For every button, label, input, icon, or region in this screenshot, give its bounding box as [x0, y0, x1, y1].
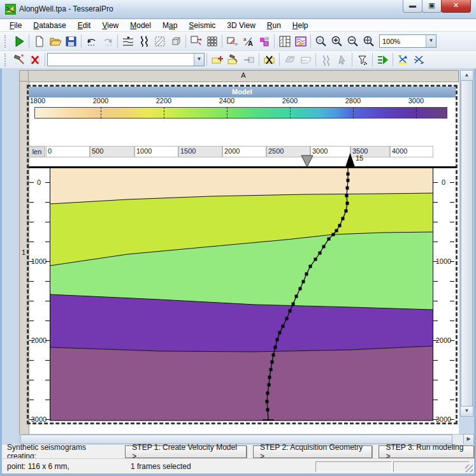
filter-funnel-button[interactable] [354, 52, 370, 67]
delete-polygon-x-button[interactable] [261, 52, 277, 67]
run-green-button[interactable] [375, 52, 391, 67]
well-marker [299, 287, 302, 291]
status-panel [315, 461, 392, 472]
svg-text:=: = [234, 41, 238, 47]
well-marker [295, 295, 298, 298]
frame-title[interactable]: Model [29, 87, 456, 97]
well-marker [319, 252, 322, 255]
object-colors-button[interactable] [256, 34, 272, 48]
open-file-button[interactable] [47, 34, 63, 48]
title-bar[interactable]: AlongWell.tpa - TesseralPro ▬ ▣ ✕ [0, 0, 476, 19]
erase-cross-button[interactable] [411, 52, 427, 67]
vertical-scrollbar-thumb[interactable] [461, 80, 473, 407]
toolbar-separator [45, 53, 45, 66]
menu-map[interactable]: Map [157, 20, 183, 31]
menu-run[interactable]: Run [261, 20, 287, 31]
zoom-out-icon [347, 35, 359, 48]
slope-pattern-1-button[interactable] [282, 52, 298, 67]
edit-hammer-button[interactable] [11, 52, 27, 67]
save-icon [65, 35, 78, 48]
edit-hammer-icon [13, 54, 25, 66]
receiver-marker[interactable] [301, 155, 314, 170]
toolbar-grip[interactable] [4, 35, 8, 48]
zoom-out-button[interactable] [345, 34, 361, 48]
model-section-button[interactable] [120, 34, 136, 48]
edit-polygon-icon [227, 54, 240, 66]
open-file-icon [49, 35, 62, 48]
maximize-button[interactable]: ▣ [422, 0, 442, 13]
zoom-window-icon [363, 35, 375, 48]
save-button[interactable] [63, 34, 79, 48]
menu-edit[interactable]: Edit [72, 20, 97, 31]
smooth-curve-button[interactable] [318, 52, 334, 67]
well-marker [302, 280, 305, 284]
chevron-down-icon[interactable]: ▼ [194, 54, 204, 66]
new-document-button[interactable] [31, 34, 47, 48]
velocity-model-plot[interactable] [50, 168, 433, 421]
close-button[interactable]: ✕ [441, 0, 471, 13]
resize-grip[interactable] [465, 465, 473, 472]
scroll-up-icon[interactable]: ▲ [460, 70, 473, 81]
well-marker [309, 265, 312, 268]
pattern-palette-button[interactable] [277, 34, 292, 48]
polygon-pattern-button[interactable] [152, 34, 168, 48]
import-polygon-button[interactable] [241, 52, 257, 67]
status-selection: 1 frames selected [131, 462, 191, 471]
redo-button[interactable] [99, 34, 115, 48]
receiver-triangle-icon [301, 155, 314, 168]
frame-arrange-icon [190, 35, 203, 48]
zoom-window-button[interactable] [361, 34, 377, 48]
toolbar-grip[interactable] [4, 54, 8, 66]
toolbar-separator [310, 34, 311, 48]
menu-database[interactable]: Database [27, 20, 71, 31]
zoom-original-button[interactable]: = [313, 34, 329, 48]
window-controls: ▬ ▣ ✕ [403, 0, 471, 13]
well-marker [278, 331, 282, 335]
minimize-button[interactable]: ▬ [403, 0, 422, 13]
text-format-button[interactable]: aA [240, 34, 256, 48]
well-marker [345, 194, 349, 198]
apply-arrows-button[interactable] [395, 52, 411, 67]
menu-3d-view[interactable]: 3D View [221, 20, 261, 31]
object-combo[interactable]: ▼ [47, 53, 205, 66]
wavefronts-button[interactable] [136, 34, 152, 48]
chevron-down-icon[interactable]: ▼ [426, 35, 436, 47]
well-marker [346, 187, 349, 190]
well-marker [305, 273, 308, 276]
menu-model[interactable]: Model [124, 20, 157, 31]
zoom-in-button[interactable] [329, 34, 345, 48]
window-title: AlongWell.tpa - TesseralPro [19, 4, 113, 13]
delete-polygon-x-icon [263, 54, 276, 66]
well-marker [276, 338, 279, 342]
add-polygon-button[interactable] [209, 52, 225, 67]
pick-hand-button[interactable] [334, 52, 350, 67]
seismic-view-button[interactable] [292, 34, 308, 48]
svg-text:a: a [243, 36, 247, 42]
tile-frames-button[interactable] [204, 34, 220, 48]
undo-button[interactable] [83, 34, 99, 48]
frame-arrange-button[interactable] [188, 34, 204, 48]
delete-red-x-button[interactable] [27, 52, 43, 67]
step3-button[interactable]: STEP 3: Run modeling > [379, 445, 474, 458]
layer-5[interactable] [50, 346, 433, 421]
frame-scale-button[interactable]: = [224, 34, 240, 48]
menu-file[interactable]: File [4, 20, 27, 31]
source-marker[interactable] [345, 152, 356, 170]
edit-polygon-button[interactable] [225, 52, 241, 67]
well-marker [266, 400, 269, 403]
toolbar-separator [315, 53, 316, 66]
view-3d-button[interactable] [168, 34, 184, 48]
menu-help[interactable]: Help [287, 20, 314, 31]
well-marker [289, 310, 292, 313]
slope-pattern-2-icon [299, 54, 312, 66]
slope-pattern-2-button[interactable] [298, 52, 314, 67]
step2-button[interactable]: STEP 2: Acquisition Geometry > [253, 445, 372, 458]
scroll-down-icon[interactable]: ▼ [460, 406, 473, 417]
menu-view[interactable]: View [96, 20, 124, 31]
menu-seismic[interactable]: Seismic [183, 20, 221, 31]
well-marker [332, 233, 335, 236]
zoom-level-combo[interactable]: 100% ▼ [379, 34, 436, 48]
run-button[interactable] [11, 34, 27, 48]
step1-button[interactable]: STEP 1: Create Velocity Model > [125, 445, 247, 458]
svg-text:=: = [318, 37, 321, 43]
